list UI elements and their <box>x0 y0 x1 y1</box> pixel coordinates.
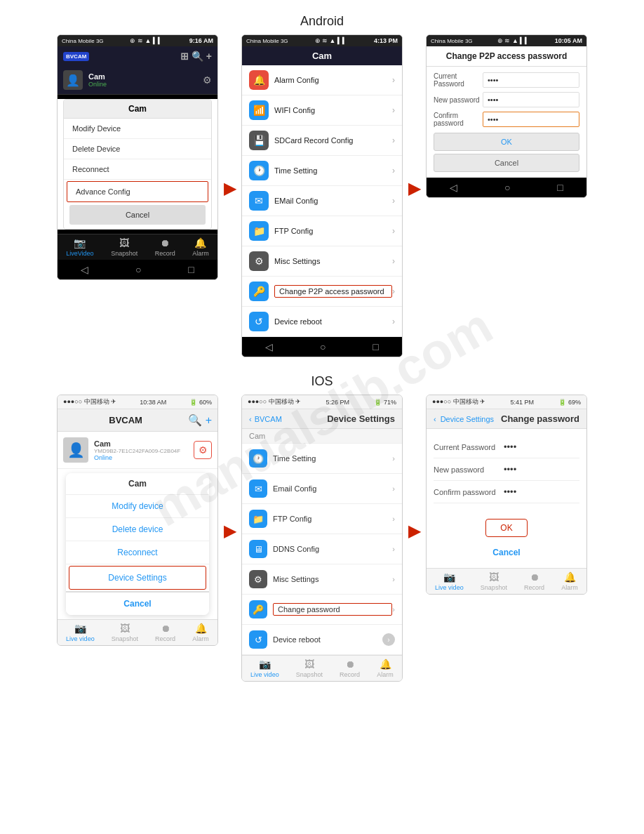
ios-settings-item-time[interactable]: 🕐 Time Setting › <box>242 444 402 474</box>
tab-snapshot-label-1: Snapshot <box>111 250 137 257</box>
ios-context-device-settings[interactable]: Device Settings <box>69 566 206 590</box>
ios-context-delete[interactable]: Delete device <box>66 518 209 541</box>
context-menu-item-delete[interactable]: Delete Device <box>64 139 211 159</box>
ios-tab-record-2[interactable]: ⏺ Record <box>340 658 360 678</box>
tab-livevideo-1[interactable]: 📷 LiveVideo <box>66 237 93 257</box>
settings-item-alarm[interactable]: 🔔 Alarm Config › <box>242 65 402 95</box>
settings-item-sdcard[interactable]: 💾 SDCard Record Config › <box>242 126 402 156</box>
ios-context-reconnect[interactable]: Reconnect <box>66 541 209 564</box>
statusbar-icons-1: ⊕ ≋ ▲ ▍▍ <box>130 37 162 44</box>
context-menu-item-reconnect[interactable]: Reconnect <box>64 159 211 180</box>
ios-pw-navback-3[interactable]: ‹ <box>434 415 436 423</box>
ios-context-title-1: Cam <box>66 473 209 495</box>
ios-context-modify[interactable]: Modify device <box>66 495 209 518</box>
ios-ftp-chevron-icon: › <box>392 515 395 523</box>
context-menu-item-modify[interactable]: Modify Device <box>64 119 211 139</box>
tab-snapshot-1[interactable]: 🖼 Snapshot <box>111 237 137 257</box>
context-menu-item-advance[interactable]: Advance Config <box>67 181 208 202</box>
tab-alarm-1[interactable]: 🔔 Alarm <box>192 237 209 257</box>
ios-screens-row: ●●●○○ 中国移动 ✈ 10:38 AM 🔋 60% BVCAM 🔍 + 👤 … <box>7 395 637 682</box>
recent-btn-2[interactable]: □ <box>373 341 378 352</box>
ios-settings-item-ftp[interactable]: 📁 FTP Config › <box>242 504 402 534</box>
ok-button-android[interactable]: OK <box>434 133 579 151</box>
ios-record-icon-2: ⏺ <box>345 658 355 670</box>
ios-new-pw-label: New password <box>434 465 504 474</box>
ios-current-pw-input[interactable]: •••• <box>504 442 579 452</box>
recent-btn-3[interactable]: □ <box>557 182 563 193</box>
back-btn-2[interactable]: ◁ <box>265 341 273 352</box>
ios-confirm-pw-input[interactable]: •••• <box>504 486 579 497</box>
ios-tab-alarm-3[interactable]: 🔔 Alarm <box>561 571 578 591</box>
new-pw-input[interactable]: •••• <box>483 92 579 107</box>
ios-bottombar-3: 📷 Live video 🖼 Snapshot ⏺ Record 🔔 Alarm <box>427 568 586 594</box>
ios-settings-item-email[interactable]: ✉ Email Config › <box>242 474 402 504</box>
ios-tab-livevideo-2[interactable]: 📷 Live video <box>250 658 279 678</box>
ios-cam-status-1: Online <box>94 454 194 461</box>
ios-tab-record-1[interactable]: ⏺ Record <box>155 623 175 642</box>
context-menu-title-1: Cam <box>64 100 211 119</box>
ios-context-cancel-1[interactable]: Cancel <box>66 591 209 615</box>
current-pw-input[interactable]: •••• <box>483 72 579 88</box>
ios-tab-snapshot-2[interactable]: 🖼 Snapshot <box>296 658 323 678</box>
ios-alarm-label-3: Alarm <box>561 584 578 591</box>
ios-reboot-chevron-btn[interactable]: › <box>382 633 395 646</box>
recent-btn-1[interactable]: □ <box>188 264 194 275</box>
ios-device-settings-title: Device Settings <box>327 413 395 424</box>
cancel-button-ios[interactable]: Cancel <box>489 544 523 561</box>
confirm-pw-input[interactable]: •••• <box>483 112 579 127</box>
cancel-button-android[interactable]: Cancel <box>434 154 579 172</box>
ios-navicons-1[interactable]: 🔍 + <box>188 413 212 427</box>
settings-item-reboot[interactable]: ↺ Device reboot › <box>242 307 402 337</box>
ios-pw-form-3: Current Password •••• New password •••• … <box>427 429 586 568</box>
p2p-settings-label: Change P2P access password <box>274 285 392 298</box>
settings-item-p2p[interactable]: 🔑 Change P2P access password › <box>242 277 402 307</box>
cam-list-item-1[interactable]: 👤 Cam Online ⚙ <box>58 66 217 95</box>
ios-tab-alarm-1[interactable]: 🔔 Alarm <box>192 623 209 642</box>
ios-ftp-label: FTP Config <box>273 515 392 523</box>
appbar-icons-1[interactable]: ⊞ 🔍 + <box>180 51 212 62</box>
time-1: 9:16 AM <box>189 37 213 44</box>
ios-carrier-1: ●●●○○ 中国移动 ✈ <box>63 397 116 406</box>
settings-item-time[interactable]: 🕐 Time Setting › <box>242 156 402 186</box>
android-screens-row: China Mobile 3G ⊕ ≋ ▲ ▍▍ 9:16 AM BVCAM ⊞… <box>7 34 637 357</box>
ios-tab-record-3[interactable]: ⏺ Record <box>524 571 544 591</box>
ios-tab-livevideo-3[interactable]: 📷 Live video <box>435 571 464 591</box>
ios-tab-snapshot-3[interactable]: 🖼 Snapshot <box>481 571 507 591</box>
home-btn-2[interactable]: ○ <box>320 341 326 352</box>
misc-chevron-icon: › <box>392 256 395 266</box>
settings-item-ftp[interactable]: 📁 FTP Config › <box>242 216 402 246</box>
ios-email-chevron-icon: › <box>392 484 395 493</box>
home-btn-3[interactable]: ○ <box>504 182 510 193</box>
ios-settings-item-changepw[interactable]: 🔑 Change password › <box>242 595 402 625</box>
ios-gear-btn-1[interactable]: ⚙ <box>194 441 212 459</box>
home-btn-1[interactable]: ○ <box>135 264 141 275</box>
context-menu-cancel-1[interactable]: Cancel <box>69 205 206 225</box>
ios-settings-item-reboot[interactable]: ↺ Device reboot › <box>242 625 402 655</box>
ios-navback-2[interactable]: ‹ <box>249 415 252 423</box>
ios-tab-livevideo-1[interactable]: 📷 Live video <box>66 623 95 642</box>
ios-settings-item-misc[interactable]: ⚙ Misc Settings › <box>242 564 402 595</box>
ios-cam-row-1[interactable]: 👤 Cam YMD9B2-7E1C242FA009-C2B04F Online … <box>58 432 217 469</box>
ios-misc-chevron-icon: › <box>392 575 395 583</box>
ios-settings-item-ddns[interactable]: 🖥 DDNS Config › <box>242 534 402 564</box>
android-settings-list-2: 🔔 Alarm Config › 📶 WIFI Config › 💾 SDCar… <box>242 65 402 337</box>
carrier-3: China Mobile 3G <box>431 38 473 44</box>
ios-tab-alarm-2[interactable]: 🔔 Alarm <box>377 658 394 678</box>
tab-record-1[interactable]: ⏺ Record <box>155 237 175 257</box>
record-icon-1: ⏺ <box>160 237 170 249</box>
back-btn-3[interactable]: ◁ <box>450 182 457 193</box>
ios-livevideo-label-1: Live video <box>66 635 95 642</box>
new-pw-row: New password •••• <box>434 92 579 107</box>
settings-item-email[interactable]: ✉ EMail Config › <box>242 186 402 216</box>
page: Android China Mobile 3G ⊕ ≋ ▲ ▍▍ 9:16 AM… <box>0 0 644 713</box>
ok-button-ios[interactable]: OK <box>485 519 528 537</box>
ios-carrier-2: ●●●○○ 中国移动 ✈ <box>248 397 301 406</box>
settings-item-misc[interactable]: ⚙ Misc Settings › <box>242 246 402 277</box>
cam-gear-icon-1[interactable]: ⚙ <box>203 74 212 86</box>
ios-new-pw-input[interactable]: •••• <box>504 464 579 475</box>
ios-tab-snapshot-1[interactable]: 🖼 Snapshot <box>112 623 138 642</box>
settings-item-wifi[interactable]: 📶 WIFI Config › <box>242 95 402 126</box>
arrow-1: ▶ <box>224 180 236 198</box>
android-navbar-1: ◁ ○ □ <box>58 260 217 279</box>
back-btn-1[interactable]: ◁ <box>81 264 88 275</box>
